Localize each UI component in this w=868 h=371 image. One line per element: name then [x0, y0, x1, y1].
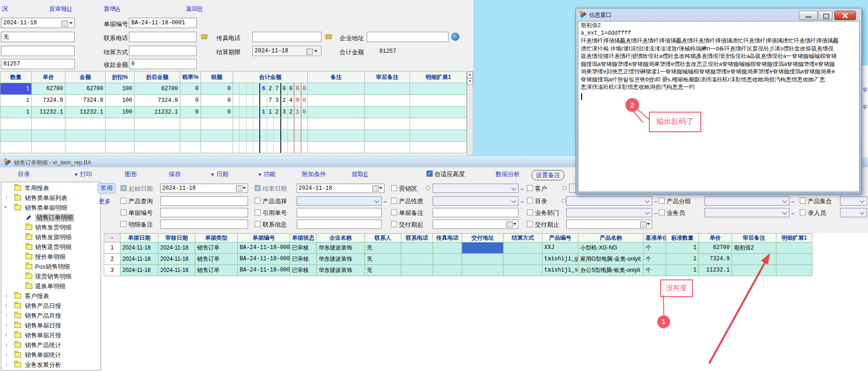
autofit-checkbox[interactable]: ✓ [427, 171, 433, 177]
amount-digits-cell[interactable] [233, 142, 308, 153]
address-field[interactable] [367, 32, 448, 42]
sidebar-item-label[interactable]: 销售类单据明细 [25, 204, 67, 212]
grid-cell[interactable] [0, 130, 32, 142]
expand-icon[interactable]: › [5, 194, 7, 200]
sidebar-item-销售类单据列表[interactable]: ›销售类单据列表 [1, 193, 100, 202]
filter-checkbox-产品选择[interactable] [255, 198, 261, 204]
amount-field[interactable]: 81257 [1, 59, 75, 69]
grid-cell[interactable] [180, 118, 201, 130]
filter-field-业务部门[interactable] [566, 208, 652, 217]
fax-field[interactable] [252, 32, 321, 42]
table-cell[interactable]: 小型机-XG-NG [578, 243, 644, 254]
grid-cell[interactable] [365, 142, 410, 153]
grid-cell[interactable]: 1 [0, 95, 32, 107]
filter-checkbox-产品查询[interactable] [121, 198, 127, 204]
grid-cell[interactable]: 7324.9 [135, 95, 180, 107]
sidebar-item-报价单明细[interactable]: 报价单明细 [1, 252, 100, 261]
table-cell[interactable]: 11232.1 [699, 265, 732, 276]
table-cell[interactable]: 1 [104, 243, 121, 254]
amount-digits-cell[interactable]: 732490 [233, 95, 308, 107]
table-cell[interactable] [732, 265, 776, 276]
table-cell[interactable] [504, 243, 542, 254]
grid-cell[interactable]: 0 [201, 95, 233, 107]
common-tab-button[interactable]: 常用 [98, 183, 115, 193]
settle-field[interactable] [129, 46, 197, 56]
filter-checkbox-结束日期[interactable]: ✓ [255, 185, 261, 191]
grid-cell[interactable] [365, 107, 410, 118]
grid-cell[interactable] [135, 130, 180, 142]
edge-panel-glyph[interactable]: 字 [862, 86, 868, 93]
table-cell[interactable]: 已审核 [290, 265, 317, 276]
table-cell[interactable]: 家用G型电脑-金奥-onlyit [578, 254, 644, 265]
filter-field-单据备注[interactable] [433, 208, 519, 217]
expand-icon[interactable]: › [5, 302, 7, 308]
grid-cell[interactable]: 100 [106, 107, 135, 118]
grid-cell[interactable] [201, 142, 233, 153]
sidebar-item-label[interactable]: 销售订单明细 [35, 214, 74, 222]
expand-icon[interactable]: › [5, 361, 7, 367]
close-button[interactable] [834, 11, 856, 20]
toolbar-link-1[interactable]: 况 [2, 5, 8, 13]
toolbar-item-4[interactable]: 保存 [169, 170, 181, 178]
dropdown-arrow-icon[interactable] [242, 187, 246, 189]
table-cell[interactable]: 1 [666, 243, 699, 254]
filter-radio[interactable] [562, 186, 567, 190]
expand-icon[interactable]: › [5, 351, 7, 357]
sidebar-item-现货销售明细[interactable]: 现货销售明细 [1, 271, 100, 281]
toolbar-item-8[interactable]: 提取E [352, 170, 368, 178]
grid-cell[interactable] [135, 142, 180, 153]
table-cell[interactable] [462, 243, 504, 254]
grid-cell[interactable] [0, 142, 32, 153]
phone-icon[interactable]: ☎ [324, 33, 333, 41]
sidebar-item-label[interactable]: 现货销售明细 [35, 272, 71, 281]
grid-cell[interactable] [410, 107, 467, 118]
sidebar-item-销售单据统计[interactable]: ›销售单据统计 [1, 350, 100, 359]
table-cell[interactable]: 销售订单 [195, 265, 238, 276]
sidebar-item-label[interactable]: Pos销售明细 [35, 263, 70, 271]
table-cell[interactable]: 华东捷波装饰 [317, 243, 365, 254]
grid-cell[interactable] [365, 95, 410, 107]
table-cell[interactable]: 已审核 [290, 243, 317, 254]
table-cell[interactable]: 期初值2 [732, 243, 776, 254]
sidebar-item-label[interactable]: 常用报表 [25, 184, 49, 193]
grid-cell[interactable] [32, 130, 65, 142]
table-cell[interactable]: taishiji_g [542, 254, 578, 265]
grid-cell[interactable]: 0 [201, 83, 233, 95]
grid-cell[interactable]: 100 [106, 95, 135, 107]
filter-checkbox-营销区[interactable] [391, 185, 397, 191]
grid-cell[interactable] [410, 118, 467, 130]
filter-checkbox-联系信息[interactable] [255, 221, 261, 227]
expand-icon[interactable]: › [5, 312, 7, 318]
sidebar-item-销售发票明细[interactable]: 销售发票明细 [1, 232, 100, 242]
table-cell[interactable]: 无 [365, 254, 401, 265]
table-cell[interactable] [462, 254, 504, 265]
sidebar-item-label[interactable]: 销售类单据列表 [25, 194, 67, 202]
table-cell[interactable] [776, 254, 812, 265]
grid-cell[interactable]: 11232.1 [65, 107, 106, 118]
sidebar-item-退换单明细[interactable]: 退换单明细 [1, 281, 100, 291]
filter-checkbox-交付期止[interactable] [527, 221, 533, 227]
table-cell[interactable] [732, 254, 776, 265]
table-cell[interactable]: 个 [644, 265, 666, 276]
filter-field-产品分组[interactable] [704, 196, 790, 206]
sidebar-item-销售退货明细[interactable]: 销售退货明细 [1, 242, 100, 251]
amount-digits-cell[interactable] [233, 130, 308, 142]
filter-field-产品查询[interactable] [160, 196, 248, 206]
grid-cell[interactable] [410, 130, 467, 142]
toolbar-item-7[interactable]: 附加条件 [302, 170, 326, 178]
filter-field-营销区[interactable] [433, 184, 519, 193]
table-cell[interactable]: 62700 [699, 243, 732, 254]
sidebar-item-label[interactable]: 销售单据统计 [25, 351, 61, 359]
filter-field-结束日期[interactable]: 2024-11-18 [297, 184, 384, 193]
sidebar-item-label[interactable]: 销售单据日报 [25, 321, 61, 330]
globe-icon[interactable] [451, 33, 459, 41]
sidebar-item-销售单据月报[interactable]: ›销售单据月报 [1, 330, 100, 340]
sidebar-item-销售类单据明细[interactable]: ›销售类单据明细 [1, 203, 100, 212]
scroll-down-button[interactable]: ▼ [467, 78, 473, 85]
filter-field-起始日期[interactable]: 2024-11-18 [160, 184, 248, 193]
table-cell[interactable]: taishiji_s [542, 265, 578, 276]
filter-field-产品选择[interactable] [297, 196, 382, 206]
sidebar-item-label[interactable]: 销售产品日报 [25, 302, 61, 310]
filter-field-明细备注[interactable] [160, 220, 248, 229]
grid-cell[interactable] [65, 130, 106, 142]
